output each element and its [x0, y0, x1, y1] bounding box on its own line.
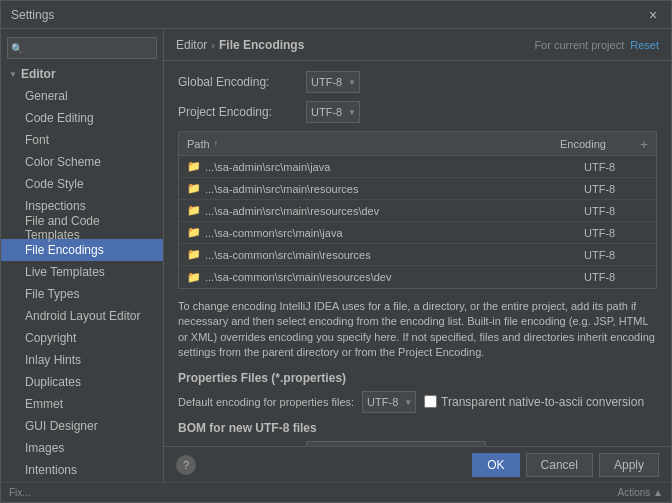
add-row-button[interactable]: + — [632, 136, 656, 152]
dialog-title: Settings — [11, 8, 54, 22]
breadcrumb-separator: › — [211, 39, 215, 51]
transparent-checkbox[interactable] — [424, 395, 437, 408]
transparent-label: Transparent native-to-ascii conversion — [441, 395, 644, 409]
bom-select-wrapper: with NO BOM ▼ — [306, 441, 486, 446]
footer-left: ? — [176, 455, 196, 475]
for-current-project-label: For current project — [534, 39, 624, 51]
table-header: Path ↑ Encoding + — [179, 132, 656, 156]
panel-body: Global Encoding: UTF-8 ▼ Project Encodin… — [164, 61, 671, 446]
main-content: 🔍 ▼ Editor General Code Editing Font Col… — [1, 29, 671, 482]
sidebar-item-editor[interactable]: ▼ Editor — [1, 63, 163, 85]
table-row[interactable]: 📁 ...\sa-common\src\main\resources UTF-8 — [179, 244, 656, 266]
properties-section-title: Properties Files (*.properties) — [178, 371, 657, 385]
sidebar-item-duplicates[interactable]: Duplicates — [1, 371, 163, 393]
default-encoding-select[interactable]: UTF-8 — [362, 391, 416, 413]
folder-icon: 📁 — [187, 226, 201, 239]
encoding-cell: UTF-8 — [576, 161, 656, 173]
sidebar-item-font[interactable]: Font — [1, 129, 163, 151]
folder-icon: 📁 — [187, 248, 201, 261]
default-encoding-select-wrapper: UTF-8 ▼ — [362, 391, 416, 413]
bom-section-title: BOM for new UTF-8 files — [178, 421, 657, 435]
sidebar-item-gui-designer[interactable]: GUI Designer — [1, 415, 163, 437]
search-icon: 🔍 — [11, 43, 23, 54]
chevron-down-icon: ▼ — [9, 70, 17, 79]
status-right: Actions ▲ — [618, 487, 663, 498]
encoding-cell: UTF-8 — [576, 227, 656, 239]
project-encoding-label: Project Encoding: — [178, 105, 298, 119]
sidebar-item-file-encodings[interactable]: File Encodings — [1, 239, 163, 261]
transparent-checkbox-wrap: Transparent native-to-ascii conversion — [424, 395, 644, 409]
folder-icon: 📁 — [187, 271, 201, 284]
status-bar: Fix... Actions ▲ — [1, 482, 671, 502]
table-row[interactable]: 📁 ...\sa-admin\src\main\resources UTF-8 — [179, 178, 656, 200]
table-row[interactable]: 📁 ...\sa-admin\src\main\resources\dev UT… — [179, 200, 656, 222]
sidebar-item-live-templates[interactable]: Live Templates — [1, 261, 163, 283]
path-cell: 📁 ...\sa-common\src\main\resources — [179, 248, 576, 261]
global-encoding-label: Global Encoding: — [178, 75, 298, 89]
sidebar-item-color-scheme[interactable]: Color Scheme — [1, 151, 163, 173]
path-cell: 📁 ...\sa-admin\src\main\resources\dev — [179, 204, 576, 217]
close-button[interactable]: × — [645, 7, 661, 23]
cancel-button[interactable]: Cancel — [526, 453, 593, 477]
footer-right: OK Cancel Apply — [472, 453, 659, 477]
breadcrumb-current: File Encodings — [219, 38, 304, 52]
sidebar-item-copyright[interactable]: Copyright — [1, 327, 163, 349]
table-row[interactable]: 📁 ...\sa-admin\src\main\java UTF-8 — [179, 156, 656, 178]
sidebar-item-file-and-code[interactable]: File and Code Templates — [1, 217, 163, 239]
sidebar-item-code-style[interactable]: Code Style — [1, 173, 163, 195]
status-left: Fix... — [9, 487, 31, 498]
settings-dialog: Settings × 🔍 ▼ Editor General Code Editi… — [0, 0, 672, 503]
project-encoding-row: Project Encoding: UTF-8 ▼ — [178, 101, 657, 123]
sidebar-item-inlay-hints[interactable]: Inlay Hints — [1, 349, 163, 371]
path-cell: 📁 ...\sa-admin\src\main\java — [179, 160, 576, 173]
global-encoding-select[interactable]: UTF-8 — [306, 71, 360, 93]
table-row[interactable]: 📁 ...\sa-common\src\main\resources\dev U… — [179, 266, 656, 288]
search-box: 🔍 — [7, 37, 157, 59]
default-encoding-label: Default encoding for properties files: — [178, 396, 354, 408]
encoding-cell: UTF-8 — [576, 183, 656, 195]
right-panel: Editor › File Encodings For current proj… — [164, 29, 671, 482]
panel-header: Editor › File Encodings For current proj… — [164, 29, 671, 61]
help-button[interactable]: ? — [176, 455, 196, 475]
sidebar-item-emmet[interactable]: Emmet — [1, 393, 163, 415]
folder-icon: 📁 — [187, 204, 201, 217]
sidebar-item-general[interactable]: General — [1, 85, 163, 107]
column-path: Path ↑ — [179, 138, 552, 150]
global-encoding-select-wrapper: UTF-8 ▼ — [306, 71, 360, 93]
dialog-footer: ? OK Cancel Apply — [164, 446, 671, 482]
project-encoding-select[interactable]: UTF-8 — [306, 101, 360, 123]
search-input[interactable] — [7, 37, 157, 59]
global-encoding-row: Global Encoding: UTF-8 ▼ — [178, 71, 657, 93]
sidebar-editor-label: Editor — [21, 67, 56, 81]
sidebar-item-file-types[interactable]: File Types — [1, 283, 163, 305]
sidebar-item-code-editing[interactable]: Code Editing — [1, 107, 163, 129]
column-encoding: Encoding — [552, 138, 632, 150]
path-cell: 📁 ...\sa-admin\src\main\resources — [179, 182, 576, 195]
breadcrumb-parent: Editor — [176, 38, 207, 52]
reset-button[interactable]: Reset — [630, 39, 659, 51]
sidebar: 🔍 ▼ Editor General Code Editing Font Col… — [1, 29, 164, 482]
encoding-cell: UTF-8 — [576, 271, 656, 283]
path-cell: 📁 ...\sa-common\src\main\java — [179, 226, 576, 239]
breadcrumb: Editor › File Encodings — [176, 38, 528, 52]
sidebar-item-images[interactable]: Images — [1, 437, 163, 459]
sidebar-item-android-layout[interactable]: Android Layout Editor — [1, 305, 163, 327]
folder-icon: 📁 — [187, 182, 201, 195]
bom-select[interactable]: with NO BOM — [306, 441, 486, 446]
encodings-table: Path ↑ Encoding + 📁 ...\sa-admin\src\mai… — [178, 131, 657, 289]
title-bar-left: Settings — [11, 8, 54, 22]
table-row[interactable]: 📁 ...\sa-common\src\main\java UTF-8 — [179, 222, 656, 244]
project-encoding-select-wrapper: UTF-8 ▼ — [306, 101, 360, 123]
bom-section: BOM for new UTF-8 files Create UTF-8 fil… — [178, 421, 657, 446]
path-cell: 📁 ...\sa-common\src\main\resources\dev — [179, 271, 576, 284]
sort-arrow-icon: ↑ — [214, 139, 218, 148]
default-encoding-row: Default encoding for properties files: U… — [178, 391, 657, 413]
sidebar-item-intentions[interactable]: Intentions — [1, 459, 163, 481]
encoding-cell: UTF-8 — [576, 249, 656, 261]
title-bar: Settings × — [1, 1, 671, 29]
encoding-cell: UTF-8 — [576, 205, 656, 217]
info-text: To change encoding IntelliJ IDEA uses fo… — [178, 299, 657, 361]
ok-button[interactable]: OK — [472, 453, 519, 477]
folder-icon: 📁 — [187, 160, 201, 173]
apply-button[interactable]: Apply — [599, 453, 659, 477]
